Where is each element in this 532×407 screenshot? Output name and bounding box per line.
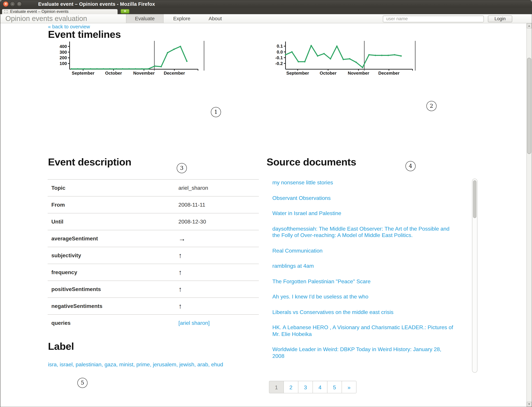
window-maximize-button[interactable]: □ bbox=[16, 1, 22, 7]
svg-text:December: December bbox=[164, 70, 185, 75]
source-documents-list: my nonsense little stories Observant Obs… bbox=[272, 179, 455, 368]
source-document-link[interactable]: Water in Israel and Palestine bbox=[272, 210, 455, 217]
label-terms-link[interactable]: isra, israel, palestinian, gaza, minist,… bbox=[48, 360, 251, 369]
svg-text:December: December bbox=[378, 70, 400, 75]
source-document-link[interactable]: Observant Observations bbox=[272, 195, 455, 201]
svg-text:October: October bbox=[105, 70, 122, 75]
table-row: frequency ↑ bbox=[48, 264, 259, 281]
window-scrollbar-thumb[interactable] bbox=[527, 58, 531, 154]
row-label: subjectivity bbox=[51, 247, 81, 264]
window-title: Evaluate event – Opinion events - Mozill… bbox=[38, 0, 155, 8]
page-button-3[interactable]: 3 bbox=[298, 381, 313, 393]
svg-text:100: 100 bbox=[60, 61, 67, 66]
row-value: 2008-12-30 bbox=[178, 213, 206, 230]
svg-text:300: 300 bbox=[60, 50, 67, 55]
svg-text:November: November bbox=[348, 70, 369, 75]
source-document-link[interactable]: Liberals vs Conservatives on the middle … bbox=[272, 309, 455, 315]
table-row: Until 2008-12-30 bbox=[48, 213, 259, 230]
browser-window: × – □ Evaluate event – Opinion events - … bbox=[0, 0, 532, 407]
page-button-1[interactable]: 1 bbox=[269, 381, 284, 393]
row-label: From bbox=[51, 196, 65, 213]
svg-text:November: November bbox=[133, 70, 155, 75]
table-row: positiveSentiments ↑ bbox=[48, 281, 259, 297]
svg-text:0.1: 0.1 bbox=[277, 44, 283, 49]
svg-text:September: September bbox=[72, 70, 94, 75]
nav-tab-evaluate[interactable]: Evaluate bbox=[126, 14, 163, 23]
source-document-link[interactable]: Real Communication bbox=[272, 247, 455, 254]
close-icon: × bbox=[5, 2, 7, 6]
table-row: subjectivity ↑ bbox=[48, 247, 259, 264]
tab-strip: Evaluate event – Opinion events + bbox=[0, 8, 532, 14]
badge-number: 5 bbox=[81, 379, 84, 386]
page-favicon-icon bbox=[4, 10, 8, 13]
event-description-table: Topic ariel_sharon From 2008-11-11 Until… bbox=[48, 179, 259, 331]
row-label: Until bbox=[51, 213, 63, 230]
source-document-link[interactable]: ramblings at 4am bbox=[272, 263, 455, 269]
svg-text:200: 200 bbox=[60, 55, 67, 60]
pagination: 1 2 3 4 5 » bbox=[269, 381, 356, 393]
row-label: frequency bbox=[51, 264, 77, 281]
queries-link[interactable]: [ariel sharon] bbox=[178, 315, 210, 332]
source-document-link[interactable]: Worldwide Leader in Weird: DBKP Today in… bbox=[272, 346, 455, 359]
source-document-link[interactable]: The Forgotten Palestinian "Peace" Scare bbox=[272, 278, 455, 285]
callout-badge-3: 3 bbox=[177, 163, 187, 173]
svg-text:-0.1: -0.1 bbox=[275, 55, 283, 60]
nav-tab-about[interactable]: About bbox=[205, 14, 225, 23]
table-row: queries [ariel sharon] bbox=[48, 314, 259, 331]
source-document-link[interactable]: my nonsense little stories bbox=[272, 179, 455, 186]
source-list-scrollbar-thumb[interactable] bbox=[473, 180, 476, 218]
svg-text:September: September bbox=[286, 70, 309, 75]
back-to-overview-link[interactable]: « back to overview bbox=[48, 24, 90, 29]
row-label: negativeSentiments bbox=[51, 298, 102, 315]
row-label: positiveSentiments bbox=[51, 281, 101, 298]
badge-number: 2 bbox=[430, 103, 433, 109]
badge-number: 3 bbox=[180, 165, 184, 171]
callout-badge-5: 5 bbox=[77, 378, 88, 388]
login-button[interactable]: Login bbox=[488, 15, 512, 22]
page-button-2[interactable]: 2 bbox=[283, 381, 298, 393]
svg-text:October: October bbox=[320, 70, 337, 75]
site-title: Opinion events evaluation bbox=[5, 14, 87, 23]
up-arrow-icon: ↑ bbox=[178, 247, 182, 264]
right-arrow-icon: → bbox=[178, 230, 185, 247]
row-label: Topic bbox=[51, 180, 65, 196]
table-row: From 2008-11-11 bbox=[48, 196, 259, 213]
tab-title: Evaluate event – Opinion events bbox=[10, 9, 69, 14]
label-heading: Label bbox=[48, 341, 74, 352]
badge-number: 4 bbox=[409, 163, 412, 169]
event-timelines-heading: Event timelines bbox=[48, 29, 121, 40]
callout-badge-2: 2 bbox=[427, 101, 436, 111]
window-close-button[interactable]: × bbox=[3, 1, 8, 7]
page-button-next[interactable]: » bbox=[342, 381, 356, 393]
row-value: 2008-11-11 bbox=[178, 196, 205, 213]
source-documents-heading: Source documents bbox=[266, 156, 356, 168]
frequency-timeline-chart: 400300200100SeptemberOctoberNovemberDece… bbox=[56, 40, 208, 75]
page-button-5[interactable]: 5 bbox=[327, 381, 342, 393]
nav-tab-explore[interactable]: Explore bbox=[169, 14, 194, 23]
table-row: Topic ariel_sharon bbox=[48, 179, 259, 196]
sentiment-timeline-chart: 0.10.0-0.1-0.2SeptemberOctoberNovemberDe… bbox=[271, 40, 423, 75]
up-arrow-icon: ↑ bbox=[178, 281, 182, 298]
maximize-icon: □ bbox=[18, 2, 20, 5]
source-document-link[interactable]: daysofthemessiah: The Middle East Observ… bbox=[272, 225, 455, 239]
badge-number: 1 bbox=[214, 109, 218, 115]
svg-text:-0.2: -0.2 bbox=[275, 61, 283, 66]
window-scrollbar[interactable] bbox=[526, 23, 532, 407]
scroll-up-arrow-icon[interactable] bbox=[527, 23, 532, 28]
table-row: averageSentiment → bbox=[48, 230, 259, 247]
browser-tab[interactable]: Evaluate event – Opinion events bbox=[2, 9, 118, 14]
window-titlebar: × – □ Evaluate event – Opinion events - … bbox=[0, 0, 532, 8]
new-tab-button[interactable]: + bbox=[121, 9, 129, 14]
source-list-scrollbar[interactable] bbox=[472, 179, 477, 373]
up-arrow-icon: ↑ bbox=[178, 264, 182, 281]
callout-badge-4: 4 bbox=[405, 161, 416, 171]
source-document-link[interactable]: HK. A Lebanese HERO , A Visionary and Ch… bbox=[272, 324, 455, 337]
up-arrow-icon: ↑ bbox=[178, 298, 182, 315]
site-header: Opinion events evaluation Evaluate Explo… bbox=[0, 14, 532, 23]
source-document-link[interactable]: Ah yes. I knew I'd be useless at the who bbox=[272, 293, 455, 300]
page-button-4[interactable]: 4 bbox=[313, 381, 327, 393]
username-input[interactable] bbox=[383, 15, 484, 22]
scroll-down-arrow-icon[interactable] bbox=[527, 402, 532, 407]
window-minimize-button[interactable]: – bbox=[10, 1, 15, 7]
table-row: negativeSentiments ↑ bbox=[48, 297, 259, 314]
